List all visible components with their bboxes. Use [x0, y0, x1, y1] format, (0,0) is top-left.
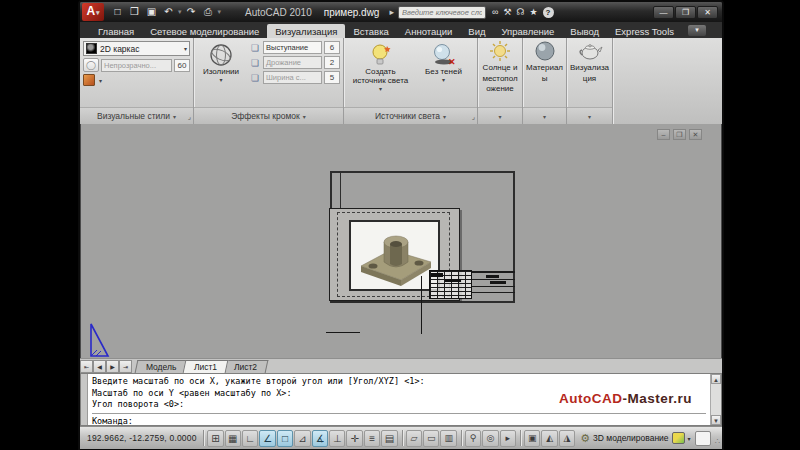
redo-button[interactable]: ↷ — [184, 5, 199, 19]
last-tab-button[interactable]: ⇥ — [119, 360, 132, 373]
steeringwheel-button[interactable]: ◎ — [482, 430, 498, 447]
command-window-grip[interactable] — [81, 374, 88, 425]
dyn-toggle[interactable]: ✛ — [346, 430, 362, 447]
workspace-switcher[interactable]: ⚙ 3D моделирование ▾ — [580, 432, 690, 445]
title-block-mark — [486, 275, 499, 278]
panel-title-lights[interactable]: Источники света ▾ — [344, 107, 477, 124]
opacity-value[interactable]: 60 — [174, 59, 190, 72]
tab-setevoe-modelirovanie[interactable]: Сетевое моделирование — [142, 24, 267, 38]
search-binoculars-icon[interactable]: ∞ — [492, 7, 498, 17]
ribbon-minimize-button[interactable]: ▾ — [688, 25, 706, 36]
dialog-launcher-icon[interactable]: ⌟ — [188, 113, 191, 121]
jitter-value[interactable]: 2 — [324, 56, 340, 69]
resize-grip[interactable]: ∴ — [715, 437, 719, 446]
tab-vizualizaciya[interactable]: Визуализация — [267, 24, 345, 38]
tab-list1[interactable]: Лист1 — [182, 360, 228, 373]
tab-annotacii[interactable]: Аннотации — [397, 24, 461, 38]
clean-screen-button[interactable] — [695, 431, 711, 446]
tab-upravlenie[interactable]: Управление — [493, 24, 562, 38]
panel-materials: Материал ы ▾ — [523, 38, 567, 124]
app-menu-button[interactable]: A▾ — [82, 3, 104, 21]
crease-width-value[interactable]: 5 — [324, 71, 340, 84]
undo-button[interactable]: ↶ — [161, 5, 176, 19]
jitter-cube-icon[interactable]: ❏ — [249, 58, 261, 68]
lineweight-toggle[interactable]: ≡ — [364, 430, 380, 447]
doc-close-button[interactable]: ✕ — [689, 129, 702, 140]
ducs-toggle[interactable]: ⊥ — [329, 430, 345, 447]
chevron-down-icon[interactable]: ▾ — [99, 77, 102, 84]
face-color-cube-icon[interactable] — [83, 74, 95, 86]
materials-button[interactable]: Материал ы — [523, 38, 566, 107]
doc-restore-button[interactable]: ❐ — [673, 129, 686, 140]
quickview-drawings-button[interactable]: ▥ — [440, 430, 456, 447]
undo-dropdown-arrow[interactable]: ▾ — [178, 8, 182, 16]
first-tab-button[interactable]: ⇤ — [80, 360, 93, 373]
snap-toggle[interactable]: ⊞ — [207, 430, 223, 447]
favorites-star-icon[interactable]: ★ — [529, 7, 537, 17]
panel-render: Визуализа ция ▾ — [567, 38, 613, 124]
panel-expand-render[interactable]: ▾ — [567, 107, 612, 124]
showmotion-button[interactable]: ▸ — [500, 430, 516, 447]
prev-tab-button[interactable]: ◀ — [93, 360, 106, 373]
zoom-button[interactable]: ⚲ — [465, 430, 481, 447]
osnap-toggle[interactable]: □ — [277, 430, 293, 447]
opacity-toggle-button[interactable]: ◯ — [83, 58, 99, 72]
open-button[interactable]: ❒ — [127, 5, 142, 19]
quickview-layouts-button[interactable]: ▭ — [423, 430, 439, 447]
save-button[interactable]: ▣ — [144, 5, 159, 19]
drawing-area[interactable]: – ❐ ✕ — [82, 124, 720, 358]
chevron-down-icon: ▾ — [443, 113, 446, 120]
polar-toggle[interactable]: ∠ — [259, 430, 275, 447]
tab-express-tools[interactable]: Express Tools — [607, 24, 682, 38]
subscription-wrench-icon[interactable]: ⚒ — [503, 7, 511, 17]
tab-list2[interactable]: Лист2 — [222, 360, 268, 373]
panel-title-edge-effects[interactable]: Эффекты кромок ▾ — [194, 107, 343, 124]
panel-title-visual-styles[interactable]: Визуальные стили ▾ — [80, 107, 193, 124]
qat-options-arrow[interactable]: ▾ — [218, 8, 222, 16]
tab-vyvod[interactable]: Вывод — [562, 24, 607, 38]
sun-location-button[interactable]: Солнце и местопол ожение — [478, 38, 522, 107]
communication-satellite-icon[interactable]: ☊ — [516, 7, 524, 17]
doc-minimize-button[interactable]: – — [657, 129, 670, 140]
layout-viewport[interactable] — [349, 220, 440, 291]
infocenter-arrow-icon: ▸ — [389, 7, 394, 17]
create-light-button[interactable]: Создать источник света ▾ — [350, 41, 412, 107]
overhang-value[interactable]: 6 — [324, 41, 340, 54]
isolines-button[interactable]: Изолинии ▾ — [197, 41, 245, 107]
no-shadows-button[interactable]: ✕ Без теней ▾ — [416, 41, 472, 107]
panel-expand-sun[interactable]: ▾ — [478, 107, 522, 124]
otrack-toggle[interactable]: ∡ — [312, 430, 328, 447]
scroll-down-icon[interactable]: ▼ — [711, 415, 721, 425]
tab-vid[interactable]: Вид — [460, 24, 493, 38]
annotation-visibility-button[interactable]: ◭ — [541, 430, 557, 447]
quick-properties-toggle[interactable]: ▤ — [381, 430, 397, 447]
tab-model[interactable]: Модель — [135, 360, 188, 373]
crease-width-cube-icon[interactable]: ❏ — [249, 73, 261, 83]
viewport-maximize-button[interactable]: ▣ — [524, 430, 540, 447]
next-tab-button[interactable]: ▶ — [106, 360, 119, 373]
render-button[interactable]: Визуализа ция — [567, 38, 612, 107]
new-button[interactable]: □ — [110, 5, 125, 19]
overhang-cube-icon[interactable]: ❏ — [249, 43, 261, 53]
crease-width-label: Ширина с... — [263, 71, 322, 84]
minimize-button[interactable]: — — [653, 6, 674, 19]
grid-toggle[interactable]: ▦ — [225, 430, 241, 447]
tab-glavnaya[interactable]: Главная — [90, 24, 142, 38]
visual-style-dropdown[interactable]: 2D каркас ▾ — [83, 41, 190, 56]
print-button[interactable]: ⎙ — [201, 5, 216, 19]
command-scrollbar[interactable]: ▲ ▼ — [710, 374, 721, 425]
ortho-toggle[interactable]: ∟ — [242, 430, 258, 447]
tab-vstavka[interactable]: Вставка — [345, 24, 396, 38]
command-prompt[interactable]: Команда: — [92, 413, 706, 426]
scroll-up-icon[interactable]: ▲ — [711, 374, 721, 384]
annotation-autoscale-button[interactable]: ◮ — [559, 430, 575, 447]
osnap3d-toggle[interactable]: ⊿ — [294, 430, 310, 447]
help-icon[interactable]: ? — [543, 7, 554, 18]
panel-expand-materials[interactable]: ▾ — [523, 107, 566, 124]
dialog-launcher-icon[interactable]: ⌟ — [472, 113, 475, 121]
model-paper-toggle[interactable]: ▱ — [406, 430, 422, 447]
chevron-down-icon: ▾ — [96, 9, 100, 16]
close-button[interactable]: ✕ — [697, 6, 718, 19]
maximize-button[interactable]: ❐ — [675, 6, 696, 19]
search-input[interactable] — [399, 8, 485, 17]
